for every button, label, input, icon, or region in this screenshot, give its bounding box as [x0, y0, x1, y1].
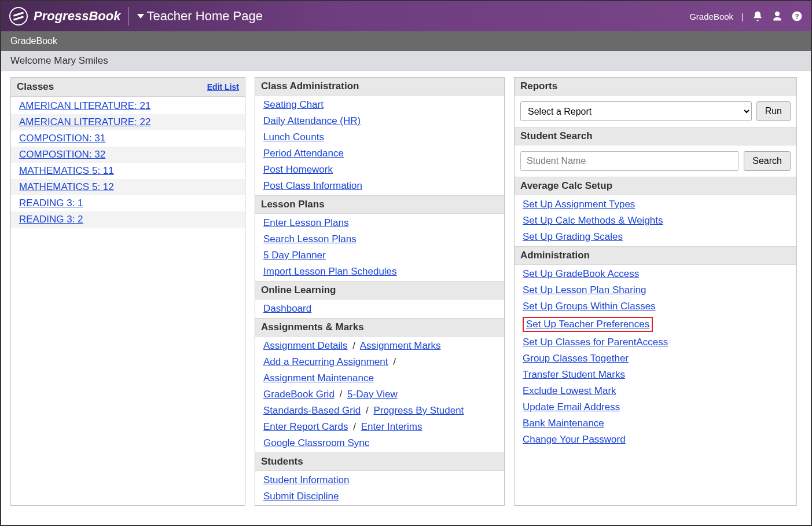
assignment-marks-link[interactable]: Assignment Marks: [360, 340, 441, 351]
list-item: Post Homework: [255, 162, 504, 178]
link[interactable]: AMERICAN LITERATURE: 22: [19, 116, 150, 127]
link[interactable]: Transfer Student Marks: [523, 369, 625, 380]
link[interactable]: Student Information: [263, 474, 349, 485]
student-search-header: Student Search: [515, 127, 796, 145]
list-item: Bank Maintenance: [515, 415, 796, 432]
assignment-details-link[interactable]: Assignment Details: [263, 340, 348, 351]
list-item: Set Up Assignment Types: [515, 196, 796, 213]
list-item: READING 3: 1: [11, 195, 245, 211]
main: Classes Edit List AMERICAN LITERATURE: 2…: [1, 71, 811, 515]
reports-header: Reports: [515, 78, 796, 96]
list-item: 5 Day Planner: [255, 247, 504, 264]
list-item: Change Your Password: [515, 432, 796, 448]
link[interactable]: Set Up GradeBook Access: [523, 268, 639, 279]
google-classroom-sync-link[interactable]: Google Classroom Sync: [263, 437, 369, 448]
list-item: Dashboard: [255, 301, 504, 317]
progress-by-student-link[interactable]: Progress By Student: [373, 405, 464, 416]
top-bar: ProgressBook Teacher Home Page GradeBook…: [1, 1, 811, 31]
sub-bar-label: GradeBook: [10, 36, 57, 46]
link[interactable]: Post Class Information: [263, 180, 362, 191]
link[interactable]: COMPOSITION: 32: [19, 149, 105, 160]
link[interactable]: AMERICAN LITERATURE: 21: [19, 100, 150, 111]
link[interactable]: Lunch Counts: [263, 132, 324, 143]
assignments-list: Assignment Details / Assignment Marks Ad…: [255, 337, 504, 452]
page-title-dropdown[interactable]: Teacher Home Page: [137, 9, 263, 24]
list-item: MATHEMATICS 5: 12: [11, 179, 245, 195]
enter-interims-link[interactable]: Enter Interims: [361, 421, 422, 432]
link[interactable]: Seating Chart: [263, 99, 324, 110]
student-name-input[interactable]: [520, 151, 739, 171]
classes-header: Classes Edit List: [11, 78, 245, 97]
run-button[interactable]: Run: [756, 101, 791, 121]
gradebook-label[interactable]: GradeBook: [689, 12, 733, 21]
assignments-row: Standards-Based Grid / Progress By Stude…: [255, 403, 504, 419]
online-learning-list: Dashboard: [255, 299, 504, 318]
search-button[interactable]: Search: [744, 151, 791, 171]
user-icon[interactable]: [771, 10, 783, 22]
standards-grid-link[interactable]: Standards-Based Grid: [263, 405, 361, 416]
assignments-row: Google Classroom Sync: [255, 435, 504, 451]
assignments-row: Assignment Maintenance: [255, 370, 504, 386]
link[interactable]: Period Attendance: [263, 148, 344, 159]
list-item: MATHEMATICS 5: 11: [11, 163, 245, 179]
link[interactable]: Enter Lesson Plans: [263, 217, 348, 228]
list-item: Lunch Counts: [255, 129, 504, 145]
link[interactable]: Set Up Groups Within Classes: [523, 301, 656, 312]
highlighted-link: Set Up Teacher Preferences: [523, 317, 653, 332]
link[interactable]: MATHEMATICS 5: 11: [19, 165, 114, 176]
edit-list-link[interactable]: Edit List: [207, 82, 239, 92]
top-right: GradeBook | ?: [689, 10, 803, 22]
link[interactable]: Set Up Calc Methods & Weights: [523, 215, 663, 226]
list-item: Daily Attendance (HR): [255, 113, 504, 129]
class-admin-header: Class Administration: [255, 78, 504, 96]
assignments-row: Enter Report Cards / Enter Interims: [255, 419, 504, 435]
link[interactable]: Update Email Address: [523, 401, 620, 412]
link[interactable]: Search Lesson Plans: [263, 233, 357, 244]
list-item: Group Classes Together: [515, 350, 796, 367]
assignment-maintenance-link[interactable]: Assignment Maintenance: [263, 372, 374, 383]
link[interactable]: Post Homework: [263, 164, 333, 175]
assignments-row: Add a Recurring Assignment /: [255, 354, 504, 370]
logo-text: ProgressBook: [34, 9, 120, 24]
link[interactable]: Group Classes Together: [523, 353, 629, 364]
pipe: |: [741, 12, 744, 21]
link[interactable]: COMPOSITION: 31: [19, 133, 105, 144]
five-day-view-link[interactable]: 5-Day View: [347, 389, 398, 400]
admin-header: Administration: [515, 246, 796, 265]
avg-calc-list: Set Up Assignment TypesSet Up Calc Metho…: [515, 195, 796, 246]
admin-list: Set Up GradeBook AccessSet Up Lesson Pla…: [515, 265, 796, 449]
avg-calc-header: Average Calc Setup: [515, 177, 796, 195]
report-select[interactable]: Select a Report: [520, 101, 752, 121]
link[interactable]: Set Up Lesson Plan Sharing: [523, 284, 646, 295]
page-title-text: Teacher Home Page: [146, 9, 263, 24]
list-item: Set Up Groups Within Classes: [515, 298, 796, 315]
link[interactable]: 5 Day Planner: [263, 250, 326, 261]
link[interactable]: MATHEMATICS 5: 12: [19, 181, 114, 192]
link[interactable]: Dashboard: [263, 303, 311, 314]
recurring-assignment-link[interactable]: Add a Recurring Assignment: [263, 356, 388, 367]
sub-bar: GradeBook: [1, 31, 811, 51]
link[interactable]: Set Up Assignment Types: [523, 199, 635, 210]
link[interactable]: Bank Maintenance: [523, 418, 604, 429]
help-icon[interactable]: ?: [791, 10, 803, 22]
link[interactable]: Set Up Classes for ParentAccess: [523, 337, 668, 348]
list-item: Submit Discipline: [255, 488, 504, 505]
link[interactable]: Exclude Lowest Mark: [523, 385, 616, 396]
link[interactable]: Set Up Teacher Preferences: [526, 319, 649, 330]
list-item: Search Lesson Plans: [255, 231, 504, 247]
link[interactable]: Set Up Grading Scales: [523, 231, 623, 242]
divider: [128, 7, 129, 25]
link[interactable]: Change Your Password: [523, 434, 626, 445]
link[interactable]: Submit Discipline: [263, 491, 339, 502]
list-item: Set Up Teacher Preferences: [515, 315, 796, 334]
gradebook-grid-link[interactable]: GradeBook Grid: [263, 389, 335, 400]
bell-icon[interactable]: [752, 10, 763, 22]
enter-report-cards-link[interactable]: Enter Report Cards: [263, 421, 348, 432]
list-item: Set Up GradeBook Access: [515, 266, 796, 282]
link[interactable]: Import Lesson Plan Schedules: [263, 266, 397, 277]
link[interactable]: Daily Attendance (HR): [263, 115, 361, 126]
link[interactable]: READING 3: 2: [19, 214, 83, 225]
list-item: Enter Lesson Plans: [255, 215, 504, 231]
list-item: Student Information: [255, 472, 504, 488]
link[interactable]: READING 3: 1: [19, 198, 83, 209]
